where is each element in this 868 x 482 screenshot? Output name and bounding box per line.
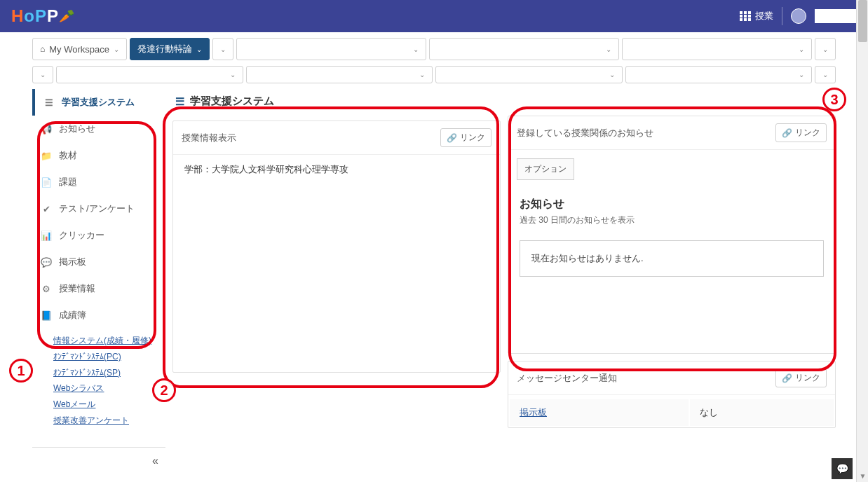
- chevron-down-icon: ⌄: [230, 71, 236, 78]
- link-ondemand-pc[interactable]: ｵﾝﾃﾞﾏﾝﾄﾞｼｽﾃﾑ(PC): [53, 349, 157, 365]
- link-icon: 🔗: [447, 133, 457, 143]
- chevron-left-icon: «: [152, 455, 158, 467]
- link-button[interactable]: 🔗 リンク: [775, 123, 827, 142]
- sidebar-item-label: テスト/アンケート: [59, 202, 135, 215]
- panel-message-center: メッセージセンター通知 🔗 リンク 掲示板 なし: [508, 361, 836, 428]
- svg-rect-8: [748, 18, 751, 21]
- sidebar-item-clicker[interactable]: 📊 クリッカー: [32, 222, 165, 249]
- link-web-mail[interactable]: Webメール: [53, 397, 157, 413]
- bars-icon: 📊: [41, 230, 52, 241]
- link-info-system[interactable]: 情報システム(成績・履修): [53, 333, 157, 349]
- announcements-heading: お知らせ: [520, 197, 824, 212]
- sidebar-item-materials[interactable]: 📁 教材: [32, 142, 165, 169]
- sidebar-item-system[interactable]: ☰ 学習支援システム: [32, 89, 165, 116]
- link-label: リンク: [460, 132, 485, 144]
- tab-label: 発達行動特論: [137, 43, 192, 55]
- link-button[interactable]: 🔗 リンク: [440, 128, 491, 147]
- scroll-down-icon[interactable]: ▼: [857, 470, 868, 482]
- megaphone-icon: 📢: [41, 124, 52, 135]
- main-heading: ☰ 学習支援システム: [172, 89, 501, 113]
- separator: [782, 7, 782, 25]
- sidebar-item-label: 成績簿: [59, 309, 86, 322]
- options-button[interactable]: オプション: [517, 158, 574, 180]
- tab-empty[interactable]: ⌄: [246, 66, 433, 83]
- tab-empty[interactable]: ⌄: [625, 66, 813, 83]
- document-icon: 📄: [41, 177, 52, 188]
- tab-empty[interactable]: ⌄: [815, 66, 836, 83]
- home-icon: ⌂: [40, 44, 45, 54]
- sidebar-item-assignments[interactable]: 📄 課題: [32, 169, 165, 195]
- svg-rect-1: [744, 11, 747, 14]
- chevron-down-icon: ⌄: [114, 46, 119, 53]
- scrollbar[interactable]: ▲ ▼: [856, 0, 868, 482]
- sidebar-item-grades[interactable]: 📘 成績簿: [32, 302, 165, 329]
- classes-label: 授業: [755, 10, 773, 22]
- chevron-down-icon: ⌄: [220, 46, 226, 53]
- top-bar: H o P P 🥕 授業: [0, 0, 868, 32]
- sidebar-item-label: 教材: [59, 149, 77, 162]
- sidebar-item-tests[interactable]: ✔ テスト/アンケート: [32, 195, 165, 222]
- tab-empty[interactable]: ⌄: [815, 38, 836, 60]
- logo[interactable]: H o P P 🥕: [11, 6, 74, 26]
- link-ondemand-sp[interactable]: ｵﾝﾃﾞﾏﾝﾄﾞｼｽﾃﾑ(SP): [53, 365, 157, 381]
- link-web-syllabus[interactable]: Webシラバス: [53, 380, 157, 397]
- user-name-box[interactable]: [815, 9, 857, 23]
- sidebar-item-label: 課題: [59, 176, 77, 188]
- link-label: リンク: [795, 127, 820, 139]
- grid-icon: [740, 11, 751, 21]
- chevron-down-icon: ⌄: [419, 71, 425, 78]
- chevron-down-icon: ⌄: [413, 46, 419, 53]
- empty-message: 現在お知らせはありません.: [520, 240, 824, 277]
- announcements-sub: 過去 30 日間のお知らせを表示: [520, 214, 824, 226]
- chevron-down-icon: ⌄: [40, 71, 46, 78]
- chat-icon: 💬: [836, 463, 848, 474]
- row-value: なし: [690, 399, 834, 426]
- sidebar-item-label: 掲示板: [59, 256, 86, 268]
- chevron-down-icon: ⌄: [609, 71, 615, 78]
- svg-rect-7: [744, 18, 747, 21]
- svg-rect-2: [748, 11, 751, 14]
- annotation-1: 1: [9, 359, 33, 383]
- speech-icon: 💬: [41, 257, 52, 268]
- course-tabs-row2: ⌄ ⌄ ⌄ ⌄ ⌄ ⌄: [0, 63, 868, 89]
- sidebar-item-classinfo[interactable]: ⚙ 授業情報: [32, 275, 165, 302]
- link-label: リンク: [795, 372, 820, 384]
- panel-class-info: 授業情報表示 🔗 リンク 学部：大学院人文科学研究科心理学専攻: [172, 120, 501, 373]
- annotation-2: 2: [152, 378, 176, 402]
- collapse-button[interactable]: «: [32, 447, 165, 474]
- check-icon: ✔: [41, 204, 52, 214]
- scrollbar-thumb[interactable]: [858, 0, 867, 42]
- svg-rect-4: [744, 15, 747, 18]
- panel-title: 登録している授業関係のお知らせ: [517, 127, 653, 139]
- link-icon: 🔗: [782, 373, 792, 383]
- logo-carrot-icon: 🥕: [59, 8, 74, 24]
- panel-title: メッセージセンター通知: [517, 372, 617, 385]
- sidebar-item-label: クリッカー: [59, 229, 104, 242]
- tab-empty[interactable]: ⌄: [32, 66, 53, 83]
- tab-active-course[interactable]: 発達行動特論 ⌄: [130, 38, 210, 60]
- panel-title: 授業情報表示: [182, 132, 236, 144]
- annotation-3: 3: [822, 88, 846, 111]
- class-info-body: 学部：大学院人文科学研究科心理学専攻: [184, 163, 489, 176]
- avatar[interactable]: [791, 8, 806, 24]
- board-link[interactable]: 掲示板: [520, 407, 547, 418]
- sidebar-item-announcements[interactable]: 📢 お知らせ: [32, 116, 165, 142]
- tab-empty[interactable]: ⌄: [212, 38, 233, 60]
- tab-empty[interactable]: ⌄: [622, 38, 812, 60]
- tab-empty[interactable]: ⌄: [429, 38, 619, 60]
- sidebar-item-board[interactable]: 💬 掲示板: [32, 249, 165, 275]
- classes-button[interactable]: 授業: [740, 10, 773, 22]
- gear-icon: ⚙: [41, 284, 52, 294]
- tab-empty[interactable]: ⌄: [435, 66, 623, 83]
- svg-rect-5: [748, 15, 751, 18]
- link-button[interactable]: 🔗 リンク: [775, 369, 827, 387]
- chevron-down-icon: ⌄: [822, 71, 828, 78]
- folder-icon: 📁: [41, 151, 52, 161]
- list-icon: ☰: [175, 95, 184, 108]
- chat-widget[interactable]: 💬: [832, 458, 853, 479]
- tab-empty[interactable]: ⌄: [56, 66, 243, 83]
- sidebar-links: 情報システム(成績・履修) ｵﾝﾃﾞﾏﾝﾄﾞｼｽﾃﾑ(PC) ｵﾝﾃﾞﾏﾝﾄﾞｼ…: [32, 329, 165, 433]
- tab-my-workspace[interactable]: ⌂ My Workspace ⌄: [32, 38, 127, 60]
- tab-empty[interactable]: ⌄: [236, 38, 426, 60]
- link-survey[interactable]: 授業改善アンケート: [53, 413, 157, 429]
